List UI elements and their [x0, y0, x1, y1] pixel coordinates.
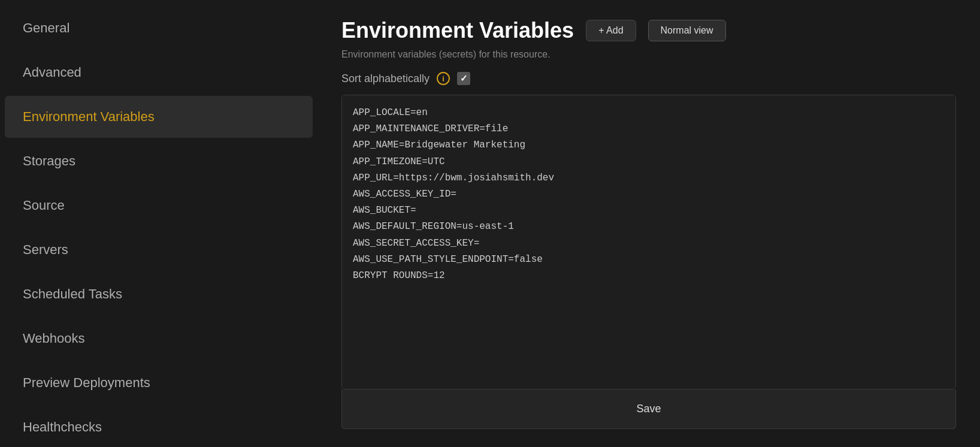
main-content: Environment Variables + Add Normal view …: [317, 0, 980, 447]
sidebar-item-healthchecks[interactable]: Healthchecks: [5, 406, 313, 447]
page-subtitle: Environment variables (secrets) for this…: [341, 49, 956, 60]
sidebar: GeneralAdvancedEnvironment VariablesStor…: [0, 0, 317, 447]
sort-label: Sort alphabetically: [341, 73, 429, 85]
sort-info-icon[interactable]: i: [437, 72, 450, 85]
normal-view-button[interactable]: Normal view: [648, 20, 726, 41]
add-button[interactable]: + Add: [586, 20, 636, 41]
sidebar-item-source[interactable]: Source: [5, 185, 313, 226]
sidebar-item-servers[interactable]: Servers: [5, 229, 313, 271]
env-variables-textarea[interactable]: [342, 95, 955, 389]
content-area: Save: [341, 95, 956, 429]
sidebar-item-webhooks[interactable]: Webhooks: [5, 318, 313, 360]
sort-row: Sort alphabetically i: [341, 72, 956, 85]
save-bar: Save: [341, 389, 956, 429]
sidebar-item-preview-deployments[interactable]: Preview Deployments: [5, 362, 313, 404]
save-button[interactable]: Save: [352, 399, 946, 419]
sidebar-item-general[interactable]: General: [5, 7, 313, 49]
sidebar-item-advanced[interactable]: Advanced: [5, 52, 313, 93]
page-title: Environment Variables: [341, 18, 574, 43]
sort-checkbox[interactable]: [457, 72, 470, 85]
sidebar-item-scheduled-tasks[interactable]: Scheduled Tasks: [5, 273, 313, 315]
sidebar-item-environment-variables[interactable]: Environment Variables: [5, 96, 313, 138]
textarea-container: [341, 95, 956, 389]
sidebar-item-storages[interactable]: Storages: [5, 140, 313, 182]
